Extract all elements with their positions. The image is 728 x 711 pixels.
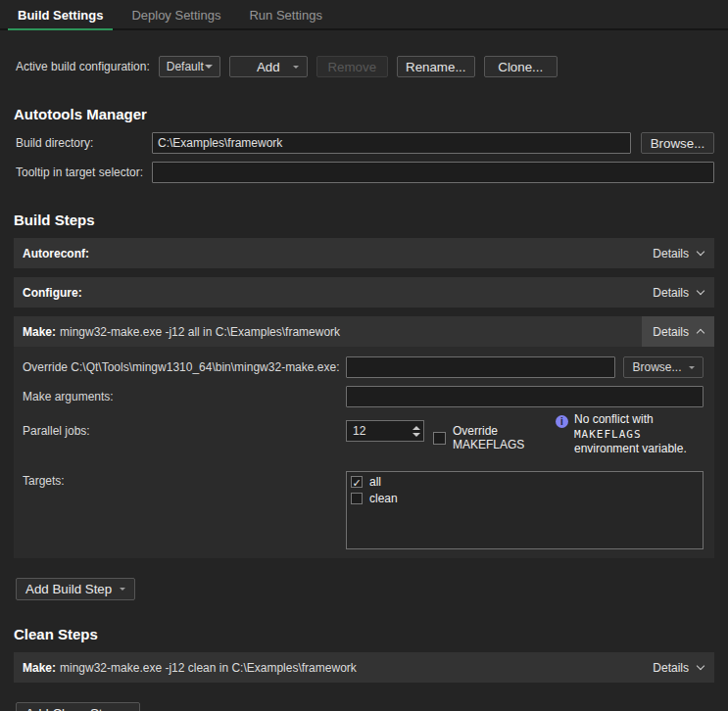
override-make-row: Override C:\Qt\Tools\mingw1310_64\bin\mi… (23, 356, 704, 378)
step-name: Make: (23, 661, 56, 675)
parallel-jobs-input[interactable] (347, 421, 409, 441)
chevron-up-icon (697, 329, 704, 337)
tooltip-input[interactable] (152, 162, 714, 183)
targets-row: Targets: all clean (23, 471, 704, 549)
tab-deploy-settings[interactable]: Deploy Settings (121, 2, 230, 30)
build-directory-row: Build directory: Browse... (16, 132, 714, 154)
parallel-jobs-label: Parallel jobs: (23, 420, 346, 438)
target-item-all[interactable]: all (351, 475, 699, 489)
dropdown-arrow-icon (689, 366, 695, 369)
autotools-form: Build directory: Browse... Tooltip in ta… (16, 132, 714, 183)
tooltip-row: Tooltip in target selector: (16, 162, 714, 183)
step-name: Make: (23, 325, 56, 339)
stepper-arrows[interactable] (409, 421, 423, 441)
add-button-label: Add (257, 60, 280, 74)
info-line2: MAKEFLAGS (574, 428, 642, 441)
tab-run-settings[interactable]: Run Settings (239, 2, 331, 30)
override-make-label: Override C:\Qt\Tools\mingw1310_64\bin\mi… (23, 360, 346, 374)
details-label: Details (653, 247, 689, 261)
chevron-down-icon (697, 662, 704, 670)
build-directory-browse-button[interactable]: Browse... (641, 132, 714, 154)
info-icon: i (556, 415, 568, 428)
step-row-autoreconf: Autoreconf: Details (14, 238, 714, 268)
parallel-jobs-row: Parallel jobs: Override MAKEFLAGS i No c… (23, 420, 704, 465)
target-all-label: all (369, 475, 381, 489)
clone-configuration-button[interactable]: Clone... (484, 56, 558, 77)
target-all-checkbox[interactable] (351, 476, 363, 488)
step-row-configure: Configure: Details (14, 277, 714, 308)
step-block-make: Make: mingw32-make.exe -j12 all in C:\Ex… (14, 316, 714, 558)
build-directory-label: Build directory: (16, 136, 152, 150)
step-summary: mingw32-make.exe -j12 all in C:\Examples… (60, 325, 340, 339)
details-label: Details (653, 661, 689, 675)
spin-down-icon[interactable] (413, 433, 420, 437)
add-clean-step-button[interactable]: Add Clean Step (16, 702, 140, 711)
make-arguments-row: Make arguments: (23, 386, 704, 407)
override-makeflags-label: Override MAKEFLAGS (453, 424, 544, 451)
remove-configuration-button[interactable]: Remove (316, 56, 388, 77)
browse-label: Browse... (632, 360, 681, 374)
target-clean-checkbox[interactable] (351, 493, 363, 504)
tab-build-settings[interactable]: Build Settings (8, 2, 113, 30)
make-arguments-label: Make arguments: (23, 390, 346, 403)
target-clean-label: clean (369, 492, 398, 505)
configure-details-button[interactable]: Details (642, 277, 714, 308)
details-label: Details (653, 325, 689, 339)
add-build-step-button[interactable]: Add Build Step (16, 578, 135, 600)
step-name: Autoreconf: (23, 247, 89, 261)
rename-configuration-button[interactable]: Rename... (397, 56, 475, 77)
active-configuration-row: Active build configuration: Default Add … (16, 56, 714, 77)
tooltip-label: Tooltip in target selector: (16, 166, 152, 179)
step-row-make: Make: mingw32-make.exe -j12 all in C:\Ex… (14, 316, 714, 347)
targets-list[interactable]: all clean (346, 471, 704, 549)
chevron-down-icon (697, 287, 704, 295)
clean-make-details-button[interactable]: Details (642, 652, 714, 683)
build-directory-input[interactable] (152, 132, 631, 154)
spin-up-icon[interactable] (413, 426, 420, 430)
autotools-manager-title: Autotools Manager (14, 106, 728, 122)
chevron-down-icon (697, 248, 704, 256)
clean-steps-title: Clean Steps (14, 626, 728, 642)
make-details-button[interactable]: Details (642, 316, 714, 347)
dropdown-arrow-icon (120, 588, 125, 591)
add-configuration-button[interactable]: Add (229, 56, 308, 77)
makeflags-info-text: No conflict with MAKEFLAGS environment v… (574, 412, 704, 456)
autoreconf-details-button[interactable]: Details (642, 238, 714, 268)
build-steps-title: Build Steps (14, 212, 728, 228)
makeflags-info: i No conflict with MAKEFLAGS environment… (556, 412, 704, 456)
parallel-jobs-stepper[interactable] (346, 420, 424, 442)
info-line1: No conflict with (574, 412, 654, 426)
override-browse-button[interactable]: Browse... (623, 356, 704, 378)
info-line3: environment variable. (574, 442, 687, 455)
configuration-selected-value: Default (167, 60, 204, 73)
make-details-panel: Override C:\Qt\Tools\mingw1310_64\bin\mi… (14, 347, 714, 558)
target-item-clean[interactable]: clean (351, 492, 699, 505)
clean-steps-list: Make: mingw32-make.exe -j12 clean in C:\… (14, 652, 714, 683)
step-row-clean-make: Make: mingw32-make.exe -j12 clean in C:\… (14, 652, 714, 683)
step-summary: mingw32-make.exe -j12 clean in C:\Exampl… (60, 661, 357, 675)
add-build-step-label: Add Build Step (25, 582, 112, 596)
add-clean-step-label: Add Clean Step (25, 706, 117, 711)
build-steps-list: Autoreconf: Details Configure: Details M… (14, 238, 714, 558)
override-makeflags-checkbox[interactable] (433, 432, 446, 445)
dropdown-arrow-icon (293, 66, 299, 69)
make-arguments-input[interactable] (346, 386, 704, 407)
chevron-down-icon (205, 65, 213, 69)
settings-tabbar: Build Settings Deploy Settings Run Setti… (0, 0, 728, 30)
details-label: Details (653, 286, 689, 300)
targets-label: Targets: (23, 471, 346, 488)
override-make-input[interactable] (346, 356, 615, 378)
active-configuration-label: Active build configuration: (16, 60, 150, 73)
override-makeflags-control[interactable]: Override MAKEFLAGS (433, 424, 544, 451)
configuration-select[interactable]: Default (159, 56, 220, 77)
step-name: Configure: (23, 286, 82, 300)
